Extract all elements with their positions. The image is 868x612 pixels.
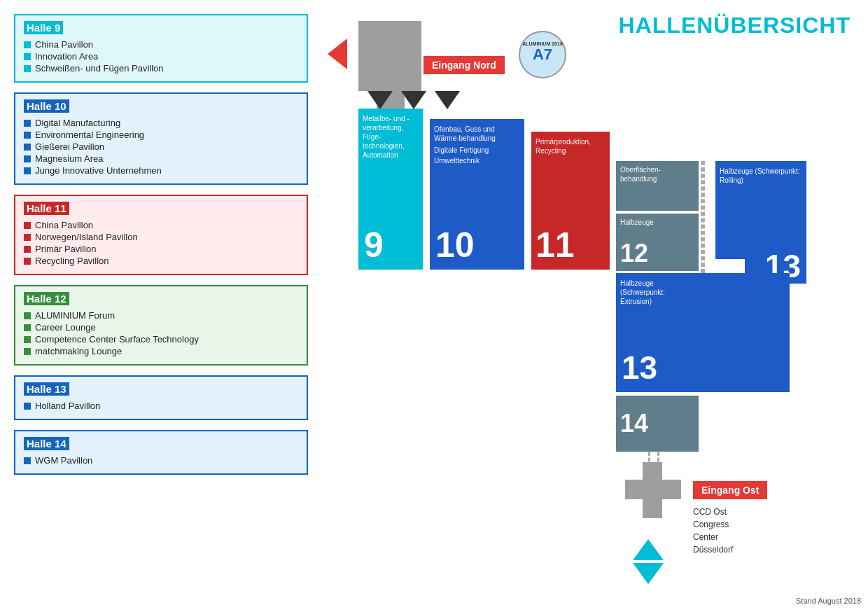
halle-9-box: Halle 9 China Pavillon Innovation Area S…	[14, 14, 308, 83]
list-item: China Pavillon	[24, 219, 298, 231]
map-hall-9-number: 9	[364, 225, 384, 265]
eingang-ost-label: Eingang Ost	[693, 481, 767, 499]
bullet-icon	[24, 132, 31, 139]
map-hall-13-rolling-block: Halbzeuge (Schwerpunkt: Rolling)	[715, 161, 806, 259]
bullet-icon	[24, 41, 31, 48]
list-item: Career Lounge	[24, 321, 298, 333]
map-hall-10-desc-top: Ofenbau, Guss und Wärme-behandlung	[434, 125, 520, 143]
list-item: WGM Pavillon	[24, 454, 298, 466]
halle-14-title: Halle 14	[24, 437, 69, 450]
bullet-icon	[24, 336, 31, 343]
hall-map: Eingang Nord ALUMINIUM 2018 A7 Metallbe-…	[315, 11, 847, 599]
bullet-icon	[24, 348, 31, 355]
bullet-icon	[24, 457, 31, 464]
halle-12-list: ALUMINIUM Forum Career Lounge Competence…	[24, 310, 298, 357]
list-item: Primär Pavillon	[24, 243, 298, 255]
map-hall-10-desc-bot: Umwelttechnik	[434, 156, 520, 165]
arrow-down-cyan	[633, 563, 664, 584]
list-item: ALUMINIUM Forum	[24, 310, 298, 321]
left-legend-panel: Halle 9 China Pavillon Innovation Area S…	[14, 14, 308, 485]
halle-10-list: Digital Manufacturing Environmental Engi…	[24, 117, 298, 176]
ccd-line1: CCD Ost	[693, 506, 733, 518]
halle-10-title: Halle 10	[24, 99, 69, 113]
entrance-down-arrows	[368, 91, 460, 109]
bullet-icon	[24, 403, 31, 410]
map-hall-12-bot-block: Halbzeuge 12	[616, 214, 699, 271]
map-hall-9-block: Metallbe- und -verarbeitung, Füge-techno…	[358, 109, 423, 270]
halle-11-box: Halle 11 China Pavillon Norwegen/Island …	[14, 195, 308, 275]
list-item: Junge Innovative Unternehmen	[24, 165, 298, 176]
bullet-icon	[24, 222, 31, 229]
halle-14-box: Halle 14 WGM Pavillon	[14, 430, 308, 475]
list-item: Schweißen- und Fügen Pavillon	[24, 62, 298, 74]
list-item: Digital Manufacturing	[24, 117, 298, 129]
list-item: Recycling Pavillon	[24, 255, 298, 267]
halle-11-list: China Pavillon Norwegen/Island Pavillon …	[24, 219, 298, 267]
arrow-up-cyan	[633, 539, 664, 560]
map-hall-11-number: 11	[536, 225, 575, 265]
map-hall-12-top-block: Oberflächen-behandlung	[616, 161, 699, 212]
svg-text:A7: A7	[533, 46, 552, 63]
map-hall-12-number: 12	[620, 239, 648, 268]
entrance-arrow-left	[328, 39, 347, 72]
bullet-icon	[24, 65, 31, 72]
bottom-cross-connector	[625, 462, 681, 518]
map-hall-11-desc: Primärproduktion, Recycling	[536, 137, 606, 155]
bullet-icon	[24, 246, 31, 253]
arrow-down-1	[368, 91, 393, 109]
map-hall-14-block: 14	[616, 396, 699, 452]
halle-13-box: Halle 13 Holland Pavillon	[14, 375, 308, 420]
bullet-icon	[24, 234, 31, 241]
entrance-building	[358, 21, 421, 91]
map-hall-10-block: Ofenbau, Guss und Wärme-behandlung Digit…	[430, 119, 524, 270]
ccd-text: CCD Ost Congress Center Düsseldorf	[693, 506, 733, 556]
aluminium-logo-badge: ALUMINIUM 2018 A7	[518, 30, 567, 79]
arrow-down-2	[401, 91, 426, 109]
map-hall-9-desc: Metallbe- und -verarbeitung, Füge-techno…	[363, 114, 419, 160]
ccd-line2: Congress	[693, 518, 733, 531]
bullet-icon	[24, 324, 31, 331]
eingang-nord-label: Eingang Nord	[424, 56, 505, 74]
list-item: China Pavillon	[24, 39, 298, 50]
bullet-icon	[24, 155, 31, 162]
map-hall-12-desc-top: Oberflächen-behandlung	[620, 165, 694, 183]
map-hall-14-number: 14	[620, 409, 648, 438]
bullet-icon	[24, 312, 31, 319]
stand-date: Stand August 2018	[796, 597, 861, 605]
map-hall-13-extrusion-block: Halbzeuge (Schwerpunkt: Extrusion) 13	[616, 273, 790, 392]
map-hall-11-block: Primärproduktion, Recycling 11	[531, 132, 610, 270]
map-hall-10-number: 10	[435, 225, 475, 265]
ccd-line4: Düsseldorf	[693, 543, 733, 556]
bottom-arrows	[633, 539, 664, 584]
side-dashes-connector	[698, 161, 708, 273]
halle-9-list: China Pavillon Innovation Area Schweißen…	[24, 39, 298, 74]
map-hall-10-desc-mid: Digitale Fertigung	[434, 146, 520, 155]
map-hall-13-desc: Halbzeuge (Schwerpunkt: Rolling)	[720, 167, 802, 185]
list-item: Innovation Area	[24, 50, 298, 62]
halle-14-list: WGM Pavillon	[24, 454, 298, 466]
bullet-icon	[24, 258, 31, 265]
list-item: Norwegen/Island Pavillon	[24, 231, 298, 243]
bullet-icon	[24, 53, 31, 60]
halle-10-box: Halle 10 Digital Manufacturing Environme…	[14, 92, 308, 185]
list-item: Magnesium Area	[24, 153, 298, 165]
list-item: matchmaking Lounge	[24, 345, 298, 357]
halle-12-title: Halle 12	[24, 292, 69, 305]
ccd-line3: Center	[693, 531, 733, 543]
list-item: Competence Center Surface Technology	[24, 333, 298, 345]
halle-13-list: Holland Pavillon	[24, 400, 298, 412]
halle-13-title: Halle 13	[24, 382, 69, 396]
arrow-down-3	[435, 91, 460, 109]
bullet-icon	[24, 144, 31, 151]
bullet-icon	[24, 120, 31, 127]
halle-11-title: Halle 11	[24, 202, 69, 215]
halle-12-box: Halle 12 ALUMINIUM Forum Career Lounge C…	[14, 285, 308, 366]
list-item: Gießerei Pavillon	[24, 141, 298, 153]
halle-9-title: Halle 9	[24, 21, 63, 34]
map-hall-13b-desc: Halbzeuge (Schwerpunkt: Extrusion)	[620, 279, 676, 306]
map-hall-13b-number: 13	[622, 349, 657, 387]
map-hall-12-desc-bot: Halbzeuge	[620, 218, 694, 227]
list-item: Holland Pavillon	[24, 400, 298, 412]
bullet-icon	[24, 167, 31, 174]
list-item: Environmental Engineering	[24, 129, 298, 141]
